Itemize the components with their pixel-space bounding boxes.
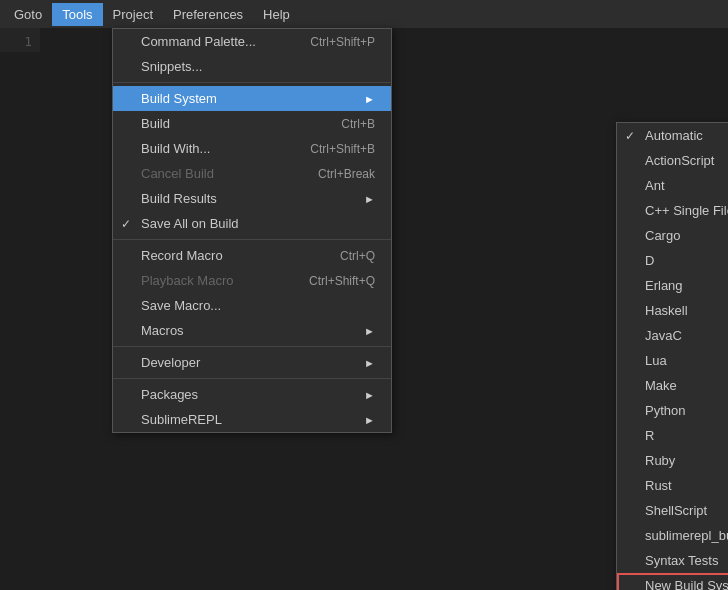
menu-packages[interactable]: Packages ► [113, 382, 391, 407]
menu-build-system-arrow: ► [364, 93, 375, 105]
menu-record-macro[interactable]: Record Macro Ctrl+Q [113, 243, 391, 268]
menu-save-all-on-build-check: ✓ [121, 217, 131, 231]
menu-sublimerepl-label: SublimeREPL [141, 412, 222, 427]
submenu-python-label: Python [645, 403, 685, 418]
menu-snippets-label: Snippets... [141, 59, 202, 74]
menu-playback-macro: Playback Macro Ctrl+Shift+Q [113, 268, 391, 293]
menu-save-all-on-build[interactable]: ✓ Save All on Build [113, 211, 391, 236]
build-system-menu-panel: ✓ Automatic ActionScript Ant C++ Single … [616, 122, 728, 590]
menu-macros[interactable]: Macros ► [113, 318, 391, 343]
submenu-ant[interactable]: Ant [617, 173, 728, 198]
submenu-haskell[interactable]: Haskell [617, 298, 728, 323]
menu-playback-macro-label: Playback Macro [141, 273, 233, 288]
menu-sublimerepl[interactable]: SublimeREPL ► [113, 407, 391, 432]
submenu-make-label: Make [645, 378, 677, 393]
menu-build-with-label: Build With... [141, 141, 210, 156]
menu-cancel-build-label: Cancel Build [141, 166, 214, 181]
separator-1 [113, 82, 391, 83]
menubar-preferences[interactable]: Preferences [163, 3, 253, 26]
tools-menu-panel: Command Palette... Ctrl+Shift+P Snippets… [112, 28, 392, 433]
separator-3 [113, 346, 391, 347]
menu-snippets[interactable]: Snippets... [113, 54, 391, 79]
submenu-d-label: D [645, 253, 654, 268]
menu-build[interactable]: Build Ctrl+B [113, 111, 391, 136]
menubar-goto[interactable]: Goto [4, 3, 52, 26]
separator-4 [113, 378, 391, 379]
menu-command-palette-shortcut: Ctrl+Shift+P [310, 35, 375, 49]
submenu-d[interactable]: D [617, 248, 728, 273]
separator-2 [113, 239, 391, 240]
menu-build-results-arrow: ► [364, 193, 375, 205]
menu-macros-label: Macros [141, 323, 184, 338]
menu-build-results[interactable]: Build Results ► [113, 186, 391, 211]
submenu-sublimerepl-hack[interactable]: sublimerepl_build_system_hack [617, 523, 728, 548]
menu-developer[interactable]: Developer ► [113, 350, 391, 375]
submenu-automatic[interactable]: ✓ Automatic [617, 123, 728, 148]
menu-record-macro-shortcut: Ctrl+Q [340, 249, 375, 263]
submenu-ant-label: Ant [645, 178, 665, 193]
menu-build-label: Build [141, 116, 170, 131]
submenu-python[interactable]: Python [617, 398, 728, 423]
submenu-cpp-single-file[interactable]: C++ Single File [617, 198, 728, 223]
submenu-sublimerepl-hack-label: sublimerepl_build_system_hack [645, 528, 728, 543]
submenu-ruby-label: Ruby [645, 453, 675, 468]
menu-save-all-on-build-label: Save All on Build [141, 216, 239, 231]
submenu-cargo-label: Cargo [645, 228, 680, 243]
submenu-javac[interactable]: JavaC [617, 323, 728, 348]
submenu-cpp-single-file-label: C++ Single File [645, 203, 728, 218]
submenu-rust[interactable]: Rust [617, 473, 728, 498]
submenu-javac-label: JavaC [645, 328, 682, 343]
submenu-actionscript-label: ActionScript [645, 153, 714, 168]
menu-sublimerepl-arrow: ► [364, 414, 375, 426]
menu-command-palette[interactable]: Command Palette... Ctrl+Shift+P [113, 29, 391, 54]
menu-cancel-build-shortcut: Ctrl+Break [318, 167, 375, 181]
menubar-project[interactable]: Project [103, 3, 163, 26]
menubar: Goto Tools Project Preferences Help [0, 0, 728, 28]
menu-build-with-shortcut: Ctrl+Shift+B [310, 142, 375, 156]
menu-developer-label: Developer [141, 355, 200, 370]
menu-packages-label: Packages [141, 387, 198, 402]
submenu-lua[interactable]: Lua [617, 348, 728, 373]
submenu-automatic-check: ✓ [625, 129, 635, 143]
menu-developer-arrow: ► [364, 357, 375, 369]
menu-build-results-label: Build Results [141, 191, 217, 206]
submenu-syntax-tests[interactable]: Syntax Tests [617, 548, 728, 573]
submenu-r-label: R [645, 428, 654, 443]
line-number-1: 1 [0, 32, 40, 52]
submenu-lua-label: Lua [645, 353, 667, 368]
menu-build-shortcut: Ctrl+B [341, 117, 375, 131]
menu-build-system-label: Build System [141, 91, 217, 106]
menu-command-palette-label: Command Palette... [141, 34, 256, 49]
menubar-help[interactable]: Help [253, 3, 300, 26]
submenu-shellscript-label: ShellScript [645, 503, 707, 518]
submenu-erlang-label: Erlang [645, 278, 683, 293]
submenu-ruby[interactable]: Ruby [617, 448, 728, 473]
submenu-make[interactable]: Make [617, 373, 728, 398]
submenu-actionscript[interactable]: ActionScript [617, 148, 728, 173]
submenu-rust-label: Rust [645, 478, 672, 493]
menu-build-system[interactable]: Build System ► [113, 86, 391, 111]
menu-cancel-build: Cancel Build Ctrl+Break [113, 161, 391, 186]
submenu-shellscript[interactable]: ShellScript [617, 498, 728, 523]
menu-build-with[interactable]: Build With... Ctrl+Shift+B [113, 136, 391, 161]
submenu-haskell-label: Haskell [645, 303, 688, 318]
tools-menu: Command Palette... Ctrl+Shift+P Snippets… [56, 28, 336, 433]
submenu-erlang[interactable]: Erlang [617, 273, 728, 298]
menubar-tools[interactable]: Tools [52, 3, 102, 26]
submenu-automatic-label: Automatic [645, 128, 703, 143]
menu-packages-arrow: ► [364, 389, 375, 401]
submenu-new-build-system[interactable]: New Build System... [617, 573, 728, 590]
menu-macros-arrow: ► [364, 325, 375, 337]
submenu-r[interactable]: R [617, 423, 728, 448]
menu-playback-macro-shortcut: Ctrl+Shift+Q [309, 274, 375, 288]
line-numbers: 1 [0, 28, 40, 52]
submenu-cargo[interactable]: Cargo [617, 223, 728, 248]
submenu-syntax-tests-label: Syntax Tests [645, 553, 718, 568]
menu-save-macro-label: Save Macro... [141, 298, 221, 313]
submenu-new-build-system-label: New Build System... [645, 578, 728, 590]
menu-save-macro[interactable]: Save Macro... [113, 293, 391, 318]
menu-record-macro-label: Record Macro [141, 248, 223, 263]
